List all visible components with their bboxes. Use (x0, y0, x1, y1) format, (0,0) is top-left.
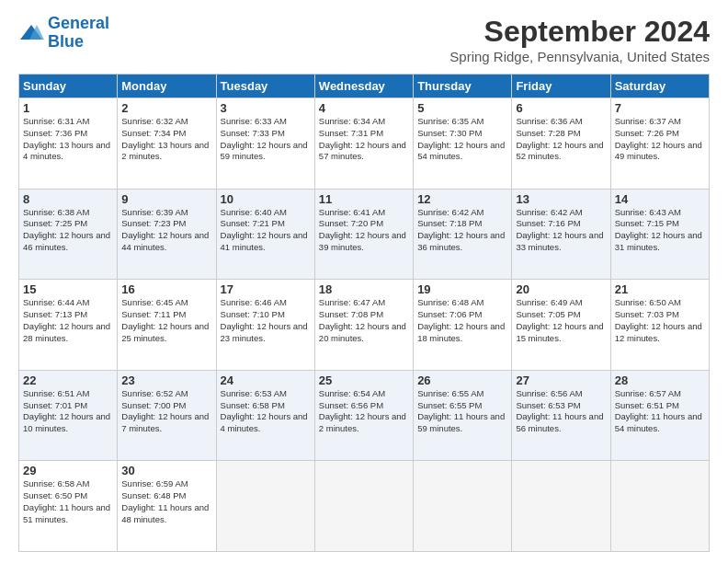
col-tuesday: Tuesday (216, 75, 314, 98)
day-number: 16 (121, 282, 211, 296)
cell-details: Sunrise: 6:51 AMSunset: 7:01 PMDaylight:… (23, 388, 113, 435)
cell-details: Sunrise: 6:59 AMSunset: 6:48 PMDaylight:… (121, 478, 211, 525)
table-row: 17Sunrise: 6:46 AMSunset: 7:10 PMDayligh… (216, 280, 314, 371)
table-row: 18Sunrise: 6:47 AMSunset: 7:08 PMDayligh… (314, 280, 413, 371)
day-number: 10 (221, 192, 311, 206)
table-row: 19Sunrise: 6:48 AMSunset: 7:06 PMDayligh… (414, 280, 512, 371)
col-saturday: Saturday (610, 75, 709, 98)
cell-details: Sunrise: 6:41 AMSunset: 7:20 PMDaylight:… (319, 207, 409, 254)
table-row: 15Sunrise: 6:44 AMSunset: 7:13 PMDayligh… (19, 280, 118, 371)
day-number: 17 (221, 282, 311, 296)
calendar-week-row: 22Sunrise: 6:51 AMSunset: 7:01 PMDayligh… (19, 370, 710, 461)
table-row: 26Sunrise: 6:55 AMSunset: 6:55 PMDayligh… (414, 370, 512, 461)
table-row: 1Sunrise: 6:31 AMSunset: 7:36 PMDaylight… (19, 98, 118, 190)
cell-details: Sunrise: 6:48 AMSunset: 7:06 PMDaylight:… (417, 297, 507, 344)
cell-details: Sunrise: 6:39 AMSunset: 7:23 PMDaylight:… (121, 207, 211, 254)
table-row: 5Sunrise: 6:35 AMSunset: 7:30 PMDaylight… (414, 98, 512, 190)
cell-details: Sunrise: 6:40 AMSunset: 7:21 PMDaylight:… (221, 207, 311, 254)
col-sunday: Sunday (19, 75, 118, 98)
table-row: 24Sunrise: 6:53 AMSunset: 6:58 PMDayligh… (216, 370, 314, 461)
cell-details: Sunrise: 6:32 AMSunset: 7:34 PMDaylight:… (121, 116, 211, 163)
table-row (314, 461, 413, 552)
day-number: 8 (23, 192, 113, 206)
cell-details: Sunrise: 6:38 AMSunset: 7:25 PMDaylight:… (23, 207, 113, 254)
day-number: 18 (319, 282, 409, 296)
table-row: 4Sunrise: 6:34 AMSunset: 7:31 PMDaylight… (314, 98, 413, 190)
col-wednesday: Wednesday (314, 75, 413, 98)
table-row: 13Sunrise: 6:42 AMSunset: 7:16 PMDayligh… (512, 189, 610, 280)
table-row: 14Sunrise: 6:43 AMSunset: 7:15 PMDayligh… (610, 189, 709, 280)
col-friday: Friday (512, 75, 610, 98)
logo-line1: General (48, 14, 109, 32)
table-row (216, 461, 314, 552)
table-row: 30Sunrise: 6:59 AMSunset: 6:48 PMDayligh… (118, 461, 216, 552)
cell-details: Sunrise: 6:43 AMSunset: 7:15 PMDaylight:… (615, 207, 705, 254)
cell-details: Sunrise: 6:45 AMSunset: 7:11 PMDaylight:… (121, 297, 211, 344)
cell-details: Sunrise: 6:47 AMSunset: 7:08 PMDaylight:… (319, 297, 409, 344)
table-row: 25Sunrise: 6:54 AMSunset: 6:56 PMDayligh… (314, 370, 413, 461)
table-row: 20Sunrise: 6:49 AMSunset: 7:05 PMDayligh… (512, 280, 610, 371)
table-row: 21Sunrise: 6:50 AMSunset: 7:03 PMDayligh… (610, 280, 709, 371)
cell-details: Sunrise: 6:36 AMSunset: 7:28 PMDaylight:… (516, 116, 606, 163)
cell-details: Sunrise: 6:37 AMSunset: 7:26 PMDaylight:… (615, 116, 705, 163)
table-row: 3Sunrise: 6:33 AMSunset: 7:33 PMDaylight… (216, 98, 314, 190)
table-row: 29Sunrise: 6:58 AMSunset: 6:50 PMDayligh… (19, 461, 118, 552)
table-row: 22Sunrise: 6:51 AMSunset: 7:01 PMDayligh… (19, 370, 118, 461)
table-row: 2Sunrise: 6:32 AMSunset: 7:34 PMDaylight… (118, 98, 216, 190)
day-number: 27 (516, 373, 606, 387)
table-row (610, 461, 709, 552)
table-row: 16Sunrise: 6:45 AMSunset: 7:11 PMDayligh… (118, 280, 216, 371)
cell-details: Sunrise: 6:56 AMSunset: 6:53 PMDaylight:… (516, 388, 606, 435)
table-row: 9Sunrise: 6:39 AMSunset: 7:23 PMDaylight… (118, 189, 216, 280)
day-number: 26 (417, 373, 507, 387)
day-number: 15 (23, 282, 113, 296)
day-number: 19 (417, 282, 507, 296)
day-number: 14 (615, 192, 705, 206)
page: General Blue September 2024 Spring Ridge… (0, 0, 728, 563)
day-number: 24 (221, 373, 311, 387)
day-number: 5 (417, 101, 507, 115)
cell-details: Sunrise: 6:57 AMSunset: 6:51 PMDaylight:… (615, 388, 705, 435)
table-row: 12Sunrise: 6:42 AMSunset: 7:18 PMDayligh… (414, 189, 512, 280)
cell-details: Sunrise: 6:31 AMSunset: 7:36 PMDaylight:… (23, 116, 113, 163)
calendar-week-row: 8Sunrise: 6:38 AMSunset: 7:25 PMDaylight… (19, 189, 710, 280)
cell-details: Sunrise: 6:53 AMSunset: 6:58 PMDaylight:… (221, 388, 311, 435)
subtitle: Spring Ridge, Pennsylvania, United State… (449, 49, 710, 64)
table-row: 23Sunrise: 6:52 AMSunset: 7:00 PMDayligh… (118, 370, 216, 461)
cell-details: Sunrise: 6:49 AMSunset: 7:05 PMDaylight:… (516, 297, 606, 344)
day-number: 20 (516, 282, 606, 296)
calendar-week-row: 15Sunrise: 6:44 AMSunset: 7:13 PMDayligh… (19, 280, 710, 371)
day-number: 25 (319, 373, 409, 387)
calendar-header-row: Sunday Monday Tuesday Wednesday Thursday… (19, 75, 710, 98)
col-thursday: Thursday (414, 75, 512, 98)
cell-details: Sunrise: 6:44 AMSunset: 7:13 PMDaylight:… (23, 297, 113, 344)
day-number: 29 (23, 464, 113, 477)
day-number: 23 (121, 373, 211, 387)
cell-details: Sunrise: 6:52 AMSunset: 7:00 PMDaylight:… (121, 388, 211, 435)
cell-details: Sunrise: 6:50 AMSunset: 7:03 PMDaylight:… (615, 297, 705, 344)
day-number: 28 (615, 373, 705, 387)
title-block: September 2024 Spring Ridge, Pennsylvani… (449, 15, 710, 64)
logo-icon (18, 23, 44, 43)
logo-line2: Blue (48, 32, 84, 51)
cell-details: Sunrise: 6:34 AMSunset: 7:31 PMDaylight:… (319, 116, 409, 163)
cell-details: Sunrise: 6:54 AMSunset: 6:56 PMDaylight:… (319, 388, 409, 435)
day-number: 13 (516, 192, 606, 206)
cell-details: Sunrise: 6:42 AMSunset: 7:18 PMDaylight:… (417, 207, 507, 254)
day-number: 22 (23, 373, 113, 387)
month-title: September 2024 (449, 15, 710, 49)
cell-details: Sunrise: 6:35 AMSunset: 7:30 PMDaylight:… (417, 116, 507, 163)
table-row (512, 461, 610, 552)
table-row: 7Sunrise: 6:37 AMSunset: 7:26 PMDaylight… (610, 98, 709, 190)
cell-details: Sunrise: 6:58 AMSunset: 6:50 PMDaylight:… (23, 478, 113, 525)
day-number: 12 (417, 192, 507, 206)
col-monday: Monday (118, 75, 216, 98)
day-number: 1 (23, 101, 113, 115)
day-number: 11 (319, 192, 409, 206)
day-number: 9 (121, 192, 211, 206)
cell-details: Sunrise: 6:42 AMSunset: 7:16 PMDaylight:… (516, 207, 606, 254)
calendar-week-row: 1Sunrise: 6:31 AMSunset: 7:36 PMDaylight… (19, 98, 710, 190)
calendar-week-row: 29Sunrise: 6:58 AMSunset: 6:50 PMDayligh… (19, 461, 710, 552)
table-row (414, 461, 512, 552)
header: General Blue September 2024 Spring Ridge… (18, 15, 710, 64)
